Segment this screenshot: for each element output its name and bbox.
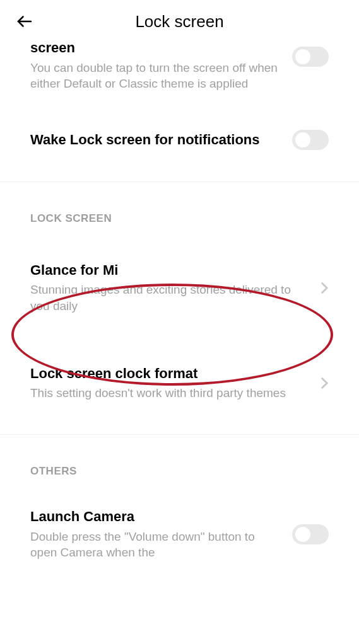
toggle-knob <box>295 49 310 64</box>
setting-text: screen You can double tap to turn the sc… <box>30 43 292 92</box>
section-lock-screen: LOCK SCREEN <box>0 182 359 231</box>
setting-title: Lock screen clock format <box>30 365 307 383</box>
setting-desc: This setting doesn't work with third par… <box>30 385 307 401</box>
setting-title: Glance for Mi <box>30 262 307 280</box>
setting-glance-for-mi[interactable]: Glance for Mi Stunning images and exciti… <box>0 231 359 340</box>
setting-desc: You can double tap to turn the screen of… <box>30 60 280 92</box>
setting-clock-format[interactable]: Lock screen clock format This setting do… <box>0 340 359 434</box>
setting-text: Glance for Mi Stunning images and exciti… <box>30 262 320 314</box>
setting-text: Wake Lock screen for notifications <box>30 131 292 149</box>
setting-title: Launch Camera <box>30 508 280 526</box>
section-others: OTHERS <box>0 435 359 484</box>
setting-desc: Stunning images and exciting stories del… <box>30 282 307 314</box>
header: Lock screen <box>0 0 359 43</box>
toggle-double-tap[interactable] <box>292 47 329 67</box>
setting-launch-camera[interactable]: Launch Camera Double press the "Volume d… <box>0 484 359 561</box>
setting-text: Launch Camera Double press the "Volume d… <box>30 508 292 561</box>
setting-desc: Double press the "Volume down" button to… <box>30 529 280 561</box>
toggle-knob <box>295 132 310 147</box>
chevron-right-icon <box>320 376 329 390</box>
setting-wake-lock[interactable]: Wake Lock screen for notifications <box>0 106 359 181</box>
setting-double-tap[interactable]: screen You can double tap to turn the sc… <box>0 43 359 106</box>
page-title: Lock screen <box>15 12 344 32</box>
toggle-wake-lock[interactable] <box>292 130 329 150</box>
chevron-right-icon <box>320 281 329 295</box>
settings-content: screen You can double tap to turn the sc… <box>0 43 359 561</box>
setting-title-partial: screen <box>30 39 280 57</box>
setting-title: Wake Lock screen for notifications <box>30 131 280 149</box>
toggle-launch-camera[interactable] <box>292 524 329 544</box>
toggle-knob <box>295 527 310 542</box>
setting-text: Lock screen clock format This setting do… <box>30 365 320 401</box>
